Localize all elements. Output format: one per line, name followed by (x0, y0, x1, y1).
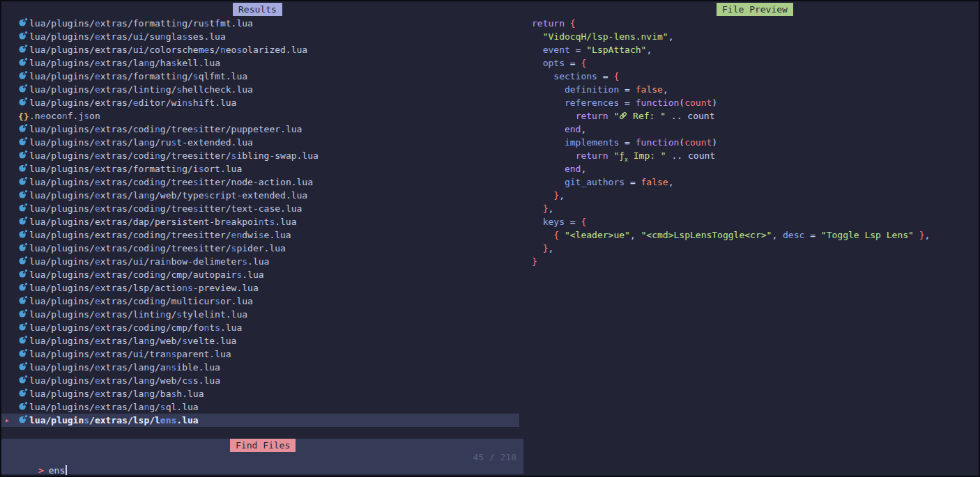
result-path: lua/plugins/extras/lang/rust-extended.lu… (29, 137, 253, 148)
result-path: lua/plugins/extras/ui/transparent.lua (29, 349, 231, 359)
file-result-row[interactable]: lua/plugins/extras/lang/haskell.lua (1, 56, 519, 70)
file-result-row[interactable]: lua/plugins/extras/lang/bash.lua (1, 387, 519, 400)
file-result-row[interactable]: lua/plugins/extras/coding/treesitter/pup… (1, 123, 519, 136)
result-path: lua/plugins/extras/dap/persistent-breakp… (29, 217, 297, 227)
file-result-row[interactable]: lua/plugins/extras/ui/colorschemes/neoso… (1, 43, 519, 56)
lua-icon (18, 374, 29, 388)
file-result-row[interactable]: lua/plugins/extras/coding/treesitter/tex… (1, 202, 519, 215)
lua-icon (18, 387, 29, 401)
file-result-row[interactable]: lua/plugins/extras/lsp/actions-preview.l… (1, 281, 519, 295)
result-path: lua/plugins/extras/formatting/isort.lua (29, 164, 242, 174)
lua-icon (18, 83, 29, 97)
lua-icon (18, 17, 29, 31)
lua-icon (18, 202, 29, 216)
lua-icon (18, 215, 29, 229)
lua-icon (18, 30, 29, 44)
result-path: lua/plugins/extras/formatting/rustfmt.lu… (29, 18, 253, 29)
lua-icon (18, 255, 29, 269)
file-result-row[interactable]: lua/plugins/extras/coding/treesitter/sib… (1, 149, 519, 162)
result-path: lua/plugins/extras/ui/rainbow-delimeters… (29, 256, 269, 267)
code-line: } (532, 255, 930, 268)
search-query-text: ens (49, 465, 65, 476)
result-path: lua/plugins/extras/lang/ansible.lua (29, 362, 220, 373)
prompt-panel: Find Files >ens 45 / 218 (1, 439, 523, 474)
code-line: return " Ref: " .. count (532, 109, 930, 123)
code-line: sections = { (532, 70, 930, 83)
file-preview-code: return { "VidocqH/lsp-lens.nvim", event … (532, 17, 930, 268)
code-line: end, (532, 123, 930, 136)
result-path: .neoconf.json (29, 111, 100, 121)
file-result-row[interactable]: lua/plugins/extras/coding/cmp/autopairs.… (1, 268, 519, 281)
lua-icon (18, 96, 29, 110)
search-input[interactable]: >ens (6, 451, 67, 464)
code-line: implements = function(count) (532, 136, 930, 149)
file-preview-panel-title: File Preview (717, 3, 793, 16)
file-result-row[interactable]: lua/plugins/extras/dap/persistent-breakp… (1, 215, 519, 228)
result-path: lua/plugins/extras/linting/shellcheck.lu… (29, 84, 253, 95)
result-path: lua/plugins/extras/editor/winshift.lua (29, 97, 236, 108)
result-path: lua/plugins/extras/lang/bash.lua (29, 389, 204, 399)
file-result-row[interactable]: lua/plugins/extras/coding/treesitter/spi… (1, 242, 519, 255)
lua-icon (18, 242, 29, 256)
file-result-row[interactable]: lua/plugins/extras/ui/transparent.lua (1, 347, 519, 361)
file-result-row[interactable]: lua/plugins/extras/lang/web/typescript-e… (1, 189, 519, 202)
text-cursor (66, 465, 67, 475)
result-path: lua/plugins/extras/coding/treesitter/spi… (29, 243, 286, 253)
prompt-chevron-icon: > (38, 465, 44, 476)
file-result-row[interactable]: lua/plugins/extras/lang/rust-extended.lu… (1, 136, 519, 149)
file-result-row[interactable]: lua/plugins/extras/formatting/rustfmt.lu… (1, 17, 519, 30)
file-result-row[interactable]: lua/plugins/extras/lang/sql.lua (1, 400, 519, 414)
lua-icon (18, 149, 29, 163)
file-result-row[interactable]: lua/plugins/extras/lang/web/svelte.lua (1, 334, 519, 347)
lua-icon (18, 295, 29, 308)
code-line: }, (532, 202, 930, 215)
result-path: lua/plugins/extras/coding/treesitter/pup… (29, 124, 302, 134)
lua-icon (18, 175, 29, 189)
file-result-row[interactable]: lua/plugins/extras/linting/stylelint.lua (1, 308, 519, 321)
code-line: "VidocqH/lsp-lens.nvim", (532, 30, 930, 43)
lua-icon (18, 228, 29, 242)
file-result-row[interactable]: lua/plugins/extras/coding/treesitter/end… (1, 228, 519, 242)
lua-icon (18, 347, 29, 361)
telescope-window: Results File Preview lua/plugins/extras/… (0, 0, 980, 477)
file-result-row[interactable]: lua/plugins/extras/lang/web/css.lua (1, 374, 519, 387)
result-path: lua/plugins/extras/ui/sunglasses.lua (29, 31, 226, 42)
prompt-title: Find Files (230, 439, 296, 452)
code-line: definition = false, (532, 83, 930, 96)
lua-icon (18, 268, 29, 282)
result-path: lua/plugins/extras/coding/treesitter/sib… (29, 150, 319, 161)
code-line: { "<leader>ue", "<cmd>LspLensToggle<cr>"… (532, 228, 930, 242)
lua-icon (18, 70, 29, 84)
result-path: lua/plugins/extras/lsp/lens.lua (29, 415, 199, 425)
file-result-row[interactable]: lua/plugins/extras/ui/sunglasses.lua (1, 30, 519, 43)
file-result-row[interactable]: lua/plugins/extras/ui/rainbow-delimeters… (1, 255, 519, 268)
file-result-row[interactable]: lua/plugins/extras/formatting/sqlfmt.lua (1, 70, 519, 83)
results-panel-title: Results (233, 3, 282, 16)
code-line: opts = { (532, 56, 930, 70)
result-path: lua/plugins/extras/lang/web/typescript-e… (29, 190, 307, 201)
file-result-row[interactable]: lua/plugins/extras/coding/multicursor.lu… (1, 295, 519, 308)
code-line: end, (532, 162, 930, 175)
lua-icon (18, 162, 29, 176)
file-result-row[interactable]: {}.neoconf.json (1, 109, 519, 123)
lua-icon (18, 136, 29, 150)
lua-icon (18, 321, 29, 335)
file-result-row[interactable]: ▸lua/plugins/extras/lsp/lens.lua (1, 414, 519, 427)
lua-icon (18, 308, 29, 322)
results-list: lua/plugins/extras/formatting/rustfmt.lu… (1, 17, 519, 427)
file-result-row[interactable]: lua/plugins/extras/lang/ansible.lua (1, 361, 519, 374)
json-braces-icon: {} (18, 110, 29, 123)
code-line: event = "LspAttach", (532, 43, 930, 56)
file-result-row[interactable]: lua/plugins/extras/editor/winshift.lua (1, 96, 519, 109)
file-result-row[interactable]: lua/plugins/extras/coding/treesitter/nod… (1, 175, 519, 189)
result-counter: 45 / 218 (473, 451, 516, 464)
code-line: return { (532, 17, 930, 30)
result-path: lua/plugins/extras/ui/colorschemes/neoso… (29, 45, 307, 55)
file-result-row[interactable]: lua/plugins/extras/linting/shellcheck.lu… (1, 83, 519, 96)
file-result-row[interactable]: lua/plugins/extras/formatting/isort.lua (1, 162, 519, 175)
lua-icon (18, 361, 29, 375)
result-path: lua/plugins/extras/coding/cmp/fonts.lua (29, 322, 242, 333)
file-result-row[interactable]: lua/plugins/extras/coding/cmp/fonts.lua (1, 321, 519, 334)
result-path: lua/plugins/extras/formatting/sqlfmt.lua (29, 71, 247, 81)
result-path: lua/plugins/extras/lang/web/css.lua (29, 375, 220, 386)
